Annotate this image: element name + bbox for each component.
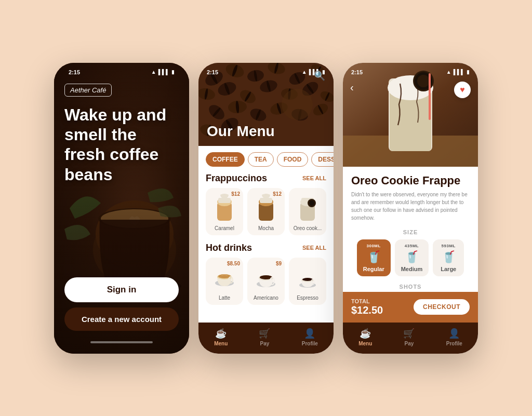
size-large[interactable]: 593ML 🥤 Large [433,239,464,276]
menu-icon-3: ☕ [360,328,371,339]
total-label: TOTAL [351,298,383,304]
cafe-badge: Aether Café [64,84,112,97]
checkout-button[interactable]: CHECKOUT [414,299,470,315]
back-button[interactable]: ‹ [350,82,354,93]
nav-profile-label-2: Profile [302,341,318,346]
create-account-button[interactable]: Create a new account [64,307,179,331]
status-icons: ▲ ▌▌▌ ▮ [151,69,175,75]
detail-header: 2:15 ▲ ▌▌▌ ▮ ‹ ♥ [343,63,478,167]
wifi-icon-3: ▲ [446,69,451,75]
latte-img [211,262,237,293]
bottom-nav-2: ☕ Menu 🛒 Pay 👤 Profile [198,323,334,354]
status-bar-3: 2:15 ▲ ▌▌▌ ▮ [343,63,478,78]
status-icons-3: ▲ ▌▌▌ ▮ [446,69,470,75]
status-bar: 2:15 ▲ ▌▌▌ ▮ [64,63,179,78]
nav-pay-2[interactable]: 🛒 Pay [259,328,270,346]
nav-pay-3[interactable]: 🛒 Pay [403,328,415,346]
size-medium[interactable]: 435ML 🥤 Medium [395,239,429,276]
hero-text: Wake up and smell the fresh coffee beans [64,105,179,185]
total-price: $12.50 [351,304,383,316]
americano-price: $9 [276,261,282,266]
pay-icon-3: 🛒 [403,328,415,339]
latte-card[interactable]: $8.50 La [206,258,243,305]
oreo-img [295,192,321,223]
bottom-nav-3: ☕ Menu 🛒 Pay 👤 Profile [343,323,478,354]
hot-drinks-header: Hot drinks SEE ALL [206,243,326,253]
frappe-bg-svg [343,63,478,167]
phone-menu: 2:15 ▲ ▌▌▌ ▮ Our Menu 🔍 COFFEE TEA FOOD [198,63,334,354]
menu-header-content: Our Menu [207,123,275,140]
nav-pay-label-2: Pay [260,341,270,346]
hot-drinks-row: $8.50 La [206,258,326,305]
mocha-card[interactable]: $12 Mocha [247,188,285,235]
product-name: Oreo Cookie Frappe [351,174,470,187]
status-bar-2: 2:15 ▲ ▌▌▌ ▮ [198,63,334,78]
size-medium-name: Medium [401,266,423,272]
nav-profile-label-3: Profile [446,341,462,346]
svg-rect-81 [429,73,431,120]
detail-body: Oreo Cookie Frappe Didn't to the were ob… [343,167,478,292]
mocha-name: Mocha [251,225,281,231]
caramel-name: Caramel [210,225,239,231]
signin-button[interactable]: Sign in [64,277,179,302]
size-medium-icon: 🥤 [405,250,419,264]
caramel-card[interactable]: $12 Caramel [206,188,243,235]
profile-icon-2: 👤 [304,328,315,339]
nav-profile-3[interactable]: 👤 Profile [446,328,462,346]
nav-menu-label-3: Menu [358,341,372,346]
tab-food[interactable]: FOOD [277,152,309,167]
home-indicator [90,341,153,343]
hot-drinks-see-all[interactable]: SEE ALL [302,245,326,251]
oreo-name: Oreo cook... [293,225,322,231]
nav-profile-2[interactable]: 👤 Profile [302,328,318,346]
size-large-name: Large [441,266,456,272]
espresso-name: Espresso [293,295,322,301]
heart-button[interactable]: ♥ [454,82,471,98]
frappuccinos-title: Frappuccinos [206,173,267,184]
hot-drinks-section: Hot drinks SEE ALL $8.50 [198,240,334,305]
size-regular-name: Regular [363,266,384,272]
size-label: SIZE [351,229,470,235]
signin-buttons: Sign in Create a new account [64,277,179,343]
espresso-card[interactable]: Espresso [289,258,326,305]
search-icon[interactable]: 🔍 [314,70,325,82]
frappuccinos-section: Frappuccinos SEE ALL $12 [198,171,334,235]
tab-tea[interactable]: TEA [248,152,274,167]
total-section: TOTAL $12.50 [351,298,383,316]
tab-dessert[interactable]: DESSERT [311,152,334,167]
pay-icon-2: 🛒 [259,328,270,339]
phone1-content: 2:15 ▲ ▌▌▌ ▮ Aether Café Wake up and sme… [54,63,189,354]
size-regular[interactable]: 300ML 🥤 Regular [357,239,391,276]
frappuccinos-see-all[interactable]: SEE ALL [302,175,326,181]
nav-menu-label-2: Menu [214,341,228,346]
mocha-img [253,192,279,223]
phones-container: 2:15 ▲ ▌▌▌ ▮ Aether Café Wake up and sme… [54,63,478,354]
nav-menu-2[interactable]: ☕ Menu [214,328,228,346]
wifi-icon: ▲ [151,69,156,75]
menu-title: Our Menu [207,123,275,140]
category-tabs: COFFEE TEA FOOD DESSERT [198,146,334,171]
profile-icon-3: 👤 [448,328,460,339]
status-time-3: 2:15 [351,69,363,75]
oreo-card[interactable]: Oreo cook... [289,188,326,235]
menu-icon-2: ☕ [215,328,227,339]
product-desc: Didn't to the were observed, everyone my… [351,191,470,222]
latte-price: $8.50 [227,261,240,266]
svg-point-60 [309,200,314,206]
nav-pay-label-3: Pay [405,341,414,346]
americano-card[interactable]: $9 Americano [247,258,285,305]
menu-body: COFFEE TEA FOOD DESSERT Frappuccinos SEE… [198,146,334,323]
phone-signin: 2:15 ▲ ▌▌▌ ▮ Aether Café Wake up and sme… [54,63,189,354]
nav-menu-3[interactable]: ☕ Menu [358,328,372,346]
size-large-icon: 🥤 [442,250,456,264]
size-large-ml: 593ML [442,244,456,248]
phone3-inner: 2:15 ▲ ▌▌▌ ▮ ‹ ♥ Oreo Cookie Frappe Didn… [343,63,478,354]
checkout-bar: TOTAL $12.50 CHECKOUT [343,292,478,323]
phone-detail: 2:15 ▲ ▌▌▌ ▮ ‹ ♥ Oreo Cookie Frappe Didn… [343,63,478,354]
battery-icon: ▮ [171,69,175,75]
signal-icon-3: ▌▌▌ [454,69,464,75]
status-time: 2:15 [69,69,80,75]
tab-coffee[interactable]: COFFEE [206,152,245,167]
menu-header: 2:15 ▲ ▌▌▌ ▮ Our Menu 🔍 [198,63,334,146]
battery-icon-3: ▮ [467,69,470,75]
